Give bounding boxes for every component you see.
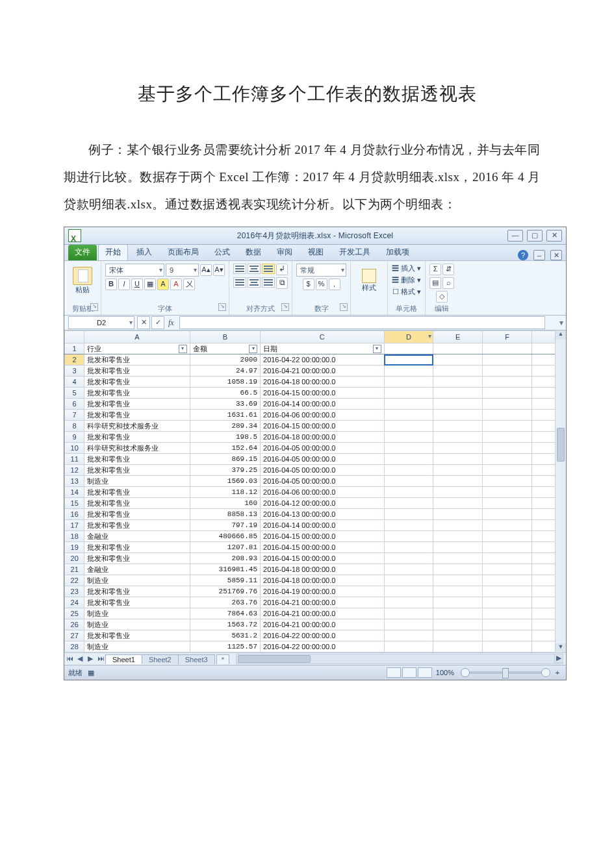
cell[interactable]: [483, 575, 532, 586]
align-middle-button[interactable]: [248, 264, 261, 274]
cell[interactable]: 2016-04-18 00:00:00.0: [261, 377, 385, 388]
cell[interactable]: 2016-04-22 00:00:00.0: [261, 641, 385, 652]
cell[interactable]: 797.19: [190, 520, 260, 531]
cell[interactable]: 批发和零售业: [84, 487, 190, 498]
wrap-text-button[interactable]: ↲: [276, 264, 288, 275]
cell[interactable]: [433, 443, 483, 454]
col-header-E[interactable]: E: [433, 331, 483, 343]
cell[interactable]: 8858.13: [190, 509, 260, 520]
cell[interactable]: [384, 586, 433, 597]
cell[interactable]: [483, 509, 532, 520]
cell[interactable]: 批发和零售业: [84, 630, 190, 641]
cell[interactable]: 批发和零售业: [84, 520, 190, 531]
cell[interactable]: 2016-04-21 00:00:00.0: [261, 366, 385, 377]
decrease-font-button[interactable]: A▾: [213, 264, 225, 276]
row-header[interactable]: 24: [65, 597, 84, 608]
addins-tab[interactable]: 加载项: [379, 244, 416, 260]
sheet-nav-first[interactable]: ⏮: [64, 654, 75, 664]
cell[interactable]: 2016-04-21 00:00:00.0: [261, 597, 385, 608]
cell[interactable]: 金融业: [84, 531, 190, 542]
cell[interactable]: 批发和零售业: [84, 542, 190, 553]
cell[interactable]: [483, 553, 532, 564]
cell[interactable]: 2016-04-05 00:00:00.0: [261, 465, 385, 476]
cell[interactable]: 批发和零售业: [84, 354, 190, 366]
ribbon-minimize-icon[interactable]: –: [533, 250, 545, 260]
cell[interactable]: [433, 476, 483, 487]
insert-tab[interactable]: 插入: [129, 244, 159, 260]
cell[interactable]: 批发和零售业: [84, 597, 190, 608]
col-header-F[interactable]: F: [483, 331, 532, 343]
review-tab[interactable]: 审阅: [270, 244, 300, 260]
styles-button[interactable]: 样式: [355, 269, 383, 293]
cell[interactable]: [483, 542, 532, 553]
format-cells-button[interactable]: ☐ 格式 ▾: [392, 287, 421, 297]
font-name-select[interactable]: 宋体: [105, 264, 164, 277]
row-header[interactable]: 21: [65, 564, 84, 575]
cell[interactable]: 2016-04-21 00:00:00.0: [261, 619, 385, 630]
page-layout-tab[interactable]: 页面布局: [160, 244, 206, 260]
cell[interactable]: 2016-04-15 00:00:00.0: [261, 542, 385, 553]
row-header[interactable]: 20: [65, 553, 84, 564]
cell[interactable]: [483, 586, 532, 597]
cell[interactable]: 2016-04-15 00:00:00.0: [261, 388, 385, 399]
underline-button[interactable]: U: [131, 279, 143, 290]
vscroll-thumb[interactable]: [557, 428, 565, 462]
cell[interactable]: [483, 343, 532, 354]
cell[interactable]: 批发和零售业: [84, 586, 190, 597]
sheet-tab-sheet1[interactable]: Sheet1: [105, 654, 142, 664]
cell[interactable]: 批发和零售业: [84, 432, 190, 443]
cell[interactable]: [433, 454, 483, 465]
cell[interactable]: 批发和零售业: [84, 377, 190, 388]
new-sheet-button[interactable]: ＊: [216, 654, 229, 664]
cancel-edit-button[interactable]: ✕: [137, 316, 150, 329]
cell[interactable]: 科学研究和技术服务业: [84, 443, 190, 454]
select-all-corner[interactable]: [65, 331, 84, 343]
cell[interactable]: 2016-04-22 00:00:00.0: [261, 354, 385, 366]
cell[interactable]: 2016-04-05 00:00:00.0: [261, 476, 385, 487]
align-top-button[interactable]: [233, 264, 246, 274]
view-pagebreak-button[interactable]: [418, 667, 432, 678]
row-header[interactable]: 23: [65, 586, 84, 597]
cell[interactable]: 118.12: [190, 487, 260, 498]
cell[interactable]: 制造业: [84, 641, 190, 652]
cell[interactable]: 批发和零售业: [84, 410, 190, 421]
cell[interactable]: [384, 553, 433, 564]
cell[interactable]: 2016-04-18 00:00:00.0: [261, 575, 385, 586]
sheet-tab-sheet3[interactable]: Sheet3: [178, 654, 215, 664]
cell[interactable]: 制造业: [84, 619, 190, 630]
cell[interactable]: [433, 377, 483, 388]
cell[interactable]: [433, 388, 483, 399]
cell[interactable]: [483, 498, 532, 509]
cell[interactable]: 2016-04-12 00:00:00.0: [261, 498, 385, 509]
cell[interactable]: [433, 498, 483, 509]
font-launcher[interactable]: ↘: [218, 303, 226, 311]
cell[interactable]: [384, 343, 433, 354]
row-header[interactable]: 1: [65, 343, 84, 354]
percent-button[interactable]: %: [316, 279, 327, 290]
fx-icon[interactable]: fx: [166, 318, 177, 328]
cell[interactable]: [483, 410, 532, 421]
alignment-launcher[interactable]: ↘: [281, 303, 289, 311]
cell[interactable]: [433, 597, 483, 608]
row-header[interactable]: 8: [65, 421, 84, 432]
merge-button[interactable]: ⧉: [276, 277, 288, 289]
view-tab[interactable]: 视图: [301, 244, 331, 260]
cell[interactable]: 160: [190, 498, 260, 509]
row-header[interactable]: 17: [65, 520, 84, 531]
maximize-button[interactable]: ▢: [527, 230, 543, 242]
cell[interactable]: [433, 575, 483, 586]
cell[interactable]: [483, 531, 532, 542]
phonetic-button[interactable]: 㐅: [183, 279, 195, 290]
cell[interactable]: 科学研究和技术服务业: [84, 421, 190, 432]
view-pagelayout-button[interactable]: [402, 667, 416, 678]
cell[interactable]: [483, 630, 532, 641]
cell[interactable]: [433, 421, 483, 432]
cell[interactable]: [384, 531, 433, 542]
confirm-edit-button[interactable]: ✓: [151, 316, 164, 329]
paste-button[interactable]: 粘贴: [68, 267, 97, 295]
cell[interactable]: [433, 354, 483, 366]
comma-button[interactable]: ,: [329, 279, 340, 290]
find-button[interactable]: ⌕: [442, 277, 454, 289]
sheet-nav-next[interactable]: ▶: [85, 654, 96, 664]
cell[interactable]: [483, 520, 532, 531]
